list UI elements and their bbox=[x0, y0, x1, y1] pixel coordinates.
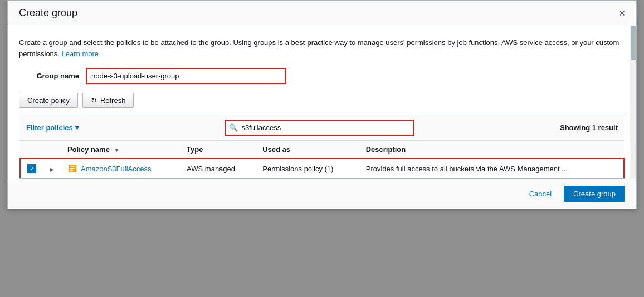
svg-rect-1 bbox=[70, 166, 75, 167]
showing-result: Showing 1 result bbox=[560, 123, 618, 132]
modal-title: Create group bbox=[19, 7, 77, 19]
create-policy-label: Create policy bbox=[27, 96, 70, 105]
search-container: 🔍 bbox=[225, 120, 414, 136]
search-input[interactable] bbox=[225, 120, 414, 136]
modal-header: Create group × bbox=[8, 1, 636, 26]
table-section: Filter policies ▾ 🔍 Showing 1 result bbox=[19, 115, 625, 179]
close-button[interactable]: × bbox=[619, 8, 625, 18]
col-type: Type bbox=[180, 141, 256, 159]
expand-button[interactable]: ▶ bbox=[50, 166, 54, 172]
row-type-cell: AWS managed bbox=[180, 159, 256, 178]
row-checkbox-cell[interactable]: ✓ bbox=[20, 159, 43, 178]
row-used-as-cell: Permissions policy (1) bbox=[256, 159, 359, 178]
create-group-modal: Create group × Create a group and select… bbox=[7, 0, 637, 209]
cancel-button[interactable]: Cancel bbox=[523, 186, 558, 201]
filter-chevron-icon: ▾ bbox=[75, 123, 79, 132]
create-group-button[interactable]: Create group bbox=[564, 186, 625, 202]
svg-rect-3 bbox=[70, 170, 73, 171]
refresh-label: Refresh bbox=[100, 96, 126, 105]
policy-icon bbox=[67, 164, 77, 174]
modal-overlay: Create group × Create a group and select… bbox=[0, 0, 644, 297]
group-name-row: Group name bbox=[19, 68, 625, 84]
refresh-icon: ↻ bbox=[91, 96, 97, 105]
row-expand-cell[interactable]: ▶ bbox=[43, 159, 61, 178]
row-policy-name-cell: AmazonS3FullAccess bbox=[61, 159, 180, 178]
col-description: Description bbox=[359, 141, 624, 159]
row-checkbox[interactable]: ✓ bbox=[27, 164, 36, 173]
table-row: ✓ ▶ bbox=[20, 159, 624, 178]
group-name-input[interactable] bbox=[86, 68, 286, 84]
policy-name-link[interactable]: AmazonS3FullAccess bbox=[67, 164, 173, 174]
check-mark: ✓ bbox=[30, 166, 35, 172]
col-used-as: Used as bbox=[256, 141, 359, 159]
table-toolbar: Filter policies ▾ 🔍 Showing 1 result bbox=[19, 115, 625, 141]
modal-body: Create a group and select the policies t… bbox=[8, 26, 636, 179]
learn-more-link[interactable]: Learn more bbox=[62, 50, 99, 58]
scrollbar-thumb[interactable] bbox=[631, 26, 636, 60]
group-name-label: Group name bbox=[19, 72, 86, 80]
policy-name-text: AmazonS3FullAccess bbox=[81, 165, 151, 173]
col-checkbox bbox=[20, 141, 43, 159]
refresh-button[interactable]: ↻ Refresh bbox=[82, 93, 134, 108]
filter-policies-label: Filter policies bbox=[26, 123, 73, 132]
sort-icon: ▼ bbox=[114, 147, 120, 153]
modal-footer: Cancel Create group bbox=[8, 179, 636, 209]
description-text: Create a group and select the policies t… bbox=[19, 37, 625, 59]
table-header-row: Policy name ▼ Type Used as Description bbox=[20, 141, 624, 159]
scrollbar-track[interactable] bbox=[630, 26, 636, 179]
row-description-cell: Provides full access to all buckets via … bbox=[359, 159, 624, 178]
filter-policies-button[interactable]: Filter policies ▾ bbox=[26, 123, 79, 132]
toolbar-row: Create policy ↻ Refresh bbox=[19, 93, 625, 108]
policies-table: Policy name ▼ Type Used as Description bbox=[19, 141, 625, 178]
col-expand bbox=[43, 141, 61, 159]
create-policy-button[interactable]: Create policy bbox=[19, 93, 78, 108]
col-policy-name: Policy name ▼ bbox=[61, 141, 180, 159]
search-icon: 🔍 bbox=[229, 123, 238, 132]
svg-rect-2 bbox=[70, 168, 75, 169]
